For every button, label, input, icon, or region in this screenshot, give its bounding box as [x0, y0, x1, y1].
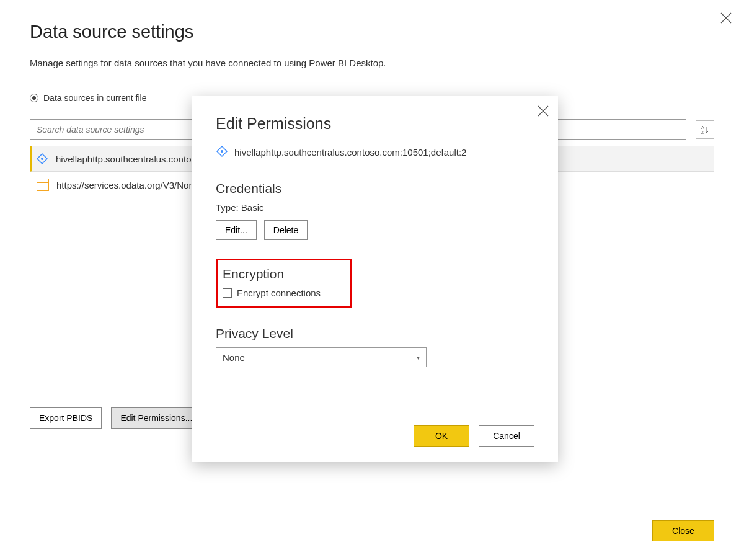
ok-button[interactable]: OK — [414, 425, 469, 447]
privacy-heading: Privacy Level — [216, 326, 534, 341]
encryption-heading: Encryption — [223, 267, 345, 282]
checkbox-icon — [223, 288, 232, 298]
close-button[interactable]: Close — [652, 520, 714, 541]
encrypt-connections-checkbox-row[interactable]: Encrypt connections — [223, 288, 345, 298]
edit-permissions-button[interactable]: Edit Permissions... — [111, 407, 202, 429]
encrypt-connections-label: Encrypt connections — [237, 288, 321, 298]
chevron-down-icon: ▾ — [417, 354, 420, 361]
svg-point-10 — [221, 150, 223, 153]
odata-icon — [37, 179, 49, 191]
credentials-edit-button[interactable]: Edit... — [216, 220, 257, 240]
edit-permissions-dialog: Edit Permissions hivellaphttp.southcentr… — [192, 96, 558, 462]
svg-point-6 — [41, 158, 43, 160]
credentials-delete-button[interactable]: Delete — [264, 220, 308, 240]
page-subtitle: Manage settings for data sources that yo… — [30, 58, 714, 68]
dialog-close-icon[interactable] — [538, 105, 549, 117]
dialog-title: Edit Permissions — [216, 115, 534, 133]
privacy-level-select[interactable]: None ▾ — [216, 347, 427, 367]
cancel-button[interactable]: Cancel — [479, 425, 534, 447]
dialog-source-label: hivellaphttp.southcentralus.contoso.com:… — [234, 147, 466, 158]
dialog-button-row: OK Cancel — [414, 425, 534, 447]
credentials-heading: Credentials — [216, 181, 534, 196]
window-close-icon[interactable] — [720, 12, 732, 24]
encryption-highlight: Encryption Encrypt connections — [216, 259, 352, 308]
sort-button[interactable]: A Z — [696, 120, 714, 139]
radio-icon — [30, 94, 38, 102]
page-title: Data source settings — [30, 22, 714, 42]
credentials-type: Type: Basic — [216, 202, 534, 213]
close-row: Close — [652, 520, 714, 541]
radio-label: Data sources in current file — [43, 93, 147, 103]
dialog-source-row: hivellaphttp.southcentralus.contoso.com:… — [216, 145, 534, 159]
hive-icon — [216, 145, 228, 159]
export-pbids-button[interactable]: Export PBIDS — [30, 407, 102, 429]
data-source-settings-window: Data source settings Manage settings for… — [0, 0, 744, 560]
svg-text:A: A — [701, 125, 704, 130]
svg-text:Z: Z — [701, 130, 704, 135]
hive-icon — [36, 153, 48, 165]
privacy-level-value: None — [223, 352, 245, 363]
credentials-buttons: Edit... Delete — [216, 220, 534, 240]
